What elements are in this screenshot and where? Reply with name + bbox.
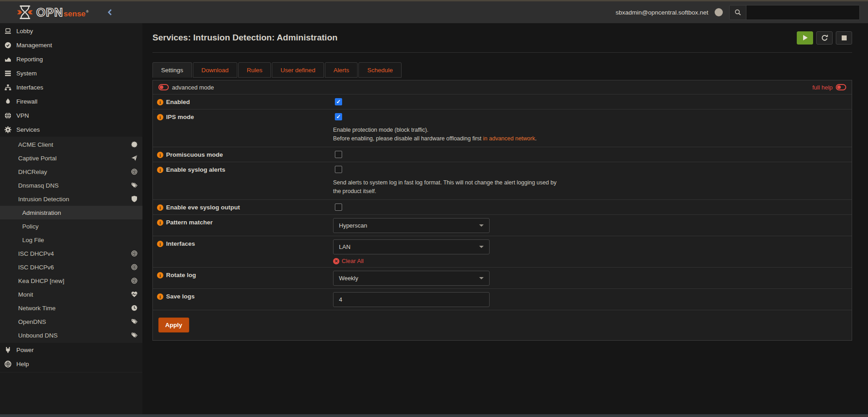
sidebar-collapse-button[interactable]: [108, 9, 112, 15]
sidebar-item-acme-client[interactable]: ACME Client: [0, 138, 142, 151]
sidebar-item-services[interactable]: Services: [0, 123, 142, 137]
sidebar-item-label: Management: [16, 42, 52, 49]
search-icon[interactable]: [730, 5, 746, 20]
eve-syslog-checkbox[interactable]: [335, 204, 342, 211]
hourglass-logo-icon: [17, 5, 33, 20]
caret-down-icon: [479, 224, 484, 227]
service-restart-button[interactable]: [816, 31, 833, 45]
info-icon[interactable]: i: [157, 219, 163, 226]
sidebar-item-label: Log File: [22, 237, 44, 243]
sidebar-item-vpn[interactable]: VPN: [0, 109, 142, 123]
sidebar-item-opendns[interactable]: OpenDNS: [0, 315, 142, 328]
form-row-enabled: iEnabled: [153, 94, 852, 109]
form-row-ips-mode: iIPS mode Enable protection mode (block …: [153, 109, 852, 147]
sidebar-item-reporting[interactable]: Reporting: [0, 52, 142, 66]
rotate-log-select[interactable]: Weekly: [333, 271, 490, 286]
info-icon[interactable]: i: [157, 114, 163, 120]
tab-schedule[interactable]: Schedule: [358, 62, 401, 78]
brand-primary: OPN: [36, 5, 63, 20]
sidebar-item-captive-portal[interactable]: Captive Portal: [0, 151, 142, 165]
info-icon[interactable]: i: [157, 99, 163, 105]
service-stop-button[interactable]: [836, 31, 852, 45]
toggle-off-icon: [158, 84, 169, 90]
sidebar-item-firewall[interactable]: Firewall: [0, 94, 142, 109]
promiscuous-mode-checkbox[interactable]: [335, 151, 342, 158]
horizontal-scrollbar[interactable]: [0, 414, 868, 417]
sidebar-item-power[interactable]: Power: [0, 343, 142, 357]
form-row-rotate-log: iRotate log Weekly: [153, 268, 852, 289]
form-row-save-logs: iSave logs: [153, 289, 852, 310]
sidebar-item-label: VPN: [16, 112, 29, 119]
sidebar-item-label: Dnsmasq DNS: [18, 182, 59, 189]
caret-down-icon: [479, 277, 484, 279]
advanced-network-link[interactable]: in advanced network: [483, 135, 535, 142]
avatar[interactable]: [715, 8, 723, 16]
service-actions: [797, 31, 852, 45]
plug-icon: [5, 347, 11, 353]
sidebar-item-system[interactable]: System: [0, 66, 142, 80]
sidebar-item-unbound-dns[interactable]: Unbound DNS: [0, 328, 142, 342]
chevron-left-icon: [108, 9, 112, 15]
full-help-toggle[interactable]: full help: [812, 84, 846, 91]
pattern-matcher-select[interactable]: Hyperscan: [333, 218, 490, 233]
syslog-alerts-checkbox[interactable]: [335, 166, 342, 173]
laptop-icon: [5, 28, 11, 35]
sidebar-item-monit[interactable]: Monit: [0, 288, 142, 301]
tab-rules[interactable]: Rules: [238, 62, 271, 78]
sidebar-item-interfaces[interactable]: Interfaces: [0, 80, 142, 94]
info-icon[interactable]: i: [157, 167, 163, 173]
help-line: Enable protection mode (block traffic).: [333, 126, 564, 134]
service-start-button[interactable]: [797, 31, 813, 45]
enabled-checkbox[interactable]: [335, 98, 342, 105]
sidebar-item-administration[interactable]: Administration: [0, 206, 142, 219]
sidebar-item-management[interactable]: Management: [0, 38, 142, 52]
clear-all-label: Clear All: [342, 258, 363, 264]
refresh-icon: [821, 35, 828, 41]
services-submenu: ACME Client Captive Portal DHCRelay Dnsm…: [0, 137, 142, 343]
info-icon[interactable]: i: [157, 293, 163, 300]
bullseye-icon: [131, 250, 137, 257]
play-icon: [803, 35, 808, 40]
sidebar-item-log-file[interactable]: Log File: [0, 233, 142, 247]
ips-mode-checkbox[interactable]: [335, 113, 342, 120]
user-email[interactable]: sbxadmin@opncentral.softbox.net: [616, 9, 708, 16]
sidebar-item-kea-dhcp[interactable]: Kea DHCP [new]: [0, 274, 142, 288]
sidebar-item-help[interactable]: Help: [0, 357, 142, 371]
tab-settings[interactable]: Settings: [152, 62, 192, 78]
form-row-pattern-matcher: iPattern matcher Hyperscan: [153, 215, 852, 236]
tab-alerts[interactable]: Alerts: [325, 62, 358, 78]
clear-all-button[interactable]: ✕Clear All: [333, 258, 852, 264]
info-icon[interactable]: i: [157, 272, 163, 278]
sidebar: Lobby Management Reporting System Interf…: [0, 23, 143, 414]
interfaces-select[interactable]: LAN: [333, 239, 490, 254]
sidebar-item-network-time[interactable]: Network Time: [0, 301, 142, 315]
info-icon[interactable]: i: [157, 241, 163, 247]
apply-button[interactable]: Apply: [158, 318, 189, 333]
sidebar-item-label: Unbound DNS: [18, 332, 58, 339]
seal-icon: [131, 141, 137, 148]
save-logs-input[interactable]: [333, 292, 490, 307]
search-input[interactable]: [746, 5, 859, 20]
advanced-mode-toggle[interactable]: advanced mode: [158, 84, 214, 91]
selected-value: Hyperscan: [339, 222, 367, 229]
tab-download[interactable]: Download: [193, 62, 237, 78]
advanced-mode-label: advanced mode: [172, 84, 214, 91]
sidebar-item-policy[interactable]: Policy: [0, 219, 142, 233]
sidebar-item-isc-dhcpv6[interactable]: ISC DHCPv6: [0, 260, 142, 274]
sidebar-item-dnsmasq-dns[interactable]: Dnsmasq DNS: [0, 179, 142, 192]
sidebar-item-lobby[interactable]: Lobby: [0, 24, 142, 38]
fire-icon: [5, 98, 11, 105]
sidebar-item-dhcrelay[interactable]: DHCRelay: [0, 165, 142, 179]
sidebar-item-isc-dhcpv4[interactable]: ISC DHCPv4: [0, 247, 142, 260]
opnsense-logo[interactable]: OPNsense®: [17, 5, 88, 20]
bullseye-icon: [131, 278, 137, 284]
sidebar-item-intrusion-detection[interactable]: Intrusion Detection: [0, 192, 142, 206]
registered-mark: ®: [86, 10, 89, 14]
paper-plane-icon: [131, 155, 137, 161]
tab-user-defined[interactable]: User defined: [272, 62, 324, 78]
sidebar-item-label: Firewall: [16, 98, 38, 105]
info-icon[interactable]: i: [157, 152, 163, 158]
field-help: Enable protection mode (block traffic). …: [333, 126, 564, 143]
info-icon[interactable]: i: [157, 204, 163, 211]
form-row-interfaces: iInterfaces LAN ✕Clear All: [153, 236, 852, 268]
